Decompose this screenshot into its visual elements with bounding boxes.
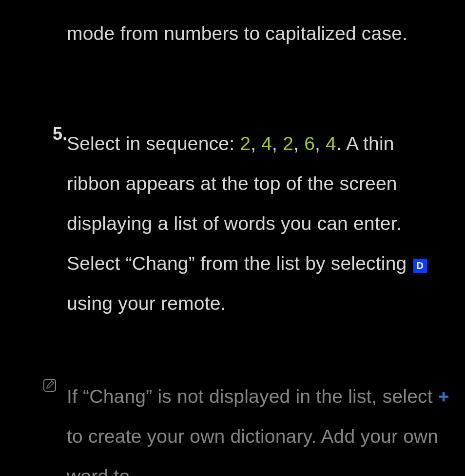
- step5-seg2: A thin ribbon appears at the top of the …: [67, 133, 412, 274]
- key-number-4b: 4: [326, 133, 336, 154]
- seq-period: .: [336, 133, 342, 154]
- key-number-4a: 4: [261, 133, 272, 154]
- step5-seg1: Select in sequence:: [67, 133, 240, 154]
- key-number-6: 6: [304, 133, 315, 154]
- comma-2: ,: [272, 133, 283, 154]
- step-5-body: Select in sequence: 2, 4, 2, 6, 4. A thi…: [67, 124, 452, 324]
- note-icon: [42, 378, 57, 393]
- comma-1: ,: [251, 133, 261, 154]
- step5-seg3: using your remote.: [67, 293, 226, 314]
- key-number-2b: 2: [283, 133, 293, 154]
- step-5-marker: 5.: [53, 125, 67, 143]
- svg-rect-0: [44, 380, 56, 391]
- note-seg2: to create your own dictionary. Add your …: [67, 426, 438, 476]
- plus-icon: +: [438, 386, 449, 407]
- step-4-continuation: mode from numbers to capitalized case.: [67, 14, 447, 54]
- manual-page: mode from numbers to capitalized case. 5…: [0, 0, 465, 476]
- note-seg1: If “Chang” is not displayed in the list,…: [67, 386, 438, 407]
- comma-3: ,: [293, 133, 304, 154]
- comma-4: ,: [315, 133, 326, 154]
- step-4-text: mode from numbers to capitalized case.: [67, 23, 407, 44]
- remote-d-button-icon: D: [413, 259, 427, 273]
- key-number-2a: 2: [240, 133, 251, 154]
- note-body: If “Chang” is not displayed in the list,…: [67, 377, 452, 476]
